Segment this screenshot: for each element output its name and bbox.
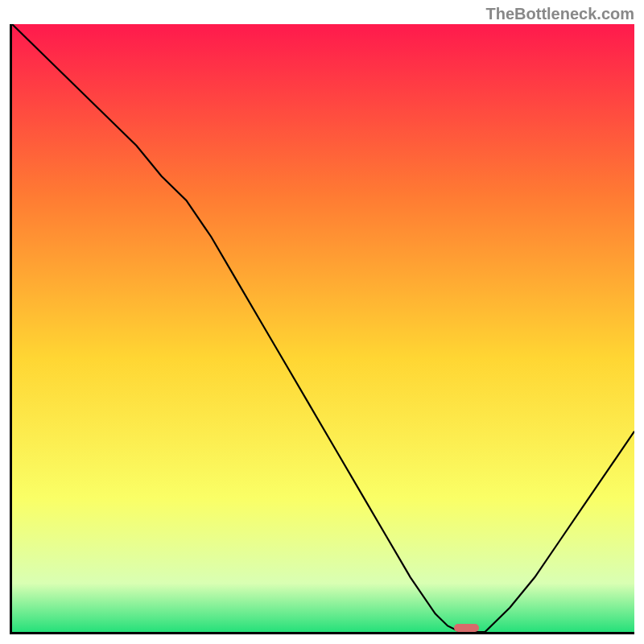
optimal-marker xyxy=(454,624,479,632)
chart-frame xyxy=(10,24,634,634)
bottleneck-curve xyxy=(12,24,634,632)
plot-area xyxy=(12,24,634,632)
watermark-text: TheBottleneck.com xyxy=(486,5,634,23)
